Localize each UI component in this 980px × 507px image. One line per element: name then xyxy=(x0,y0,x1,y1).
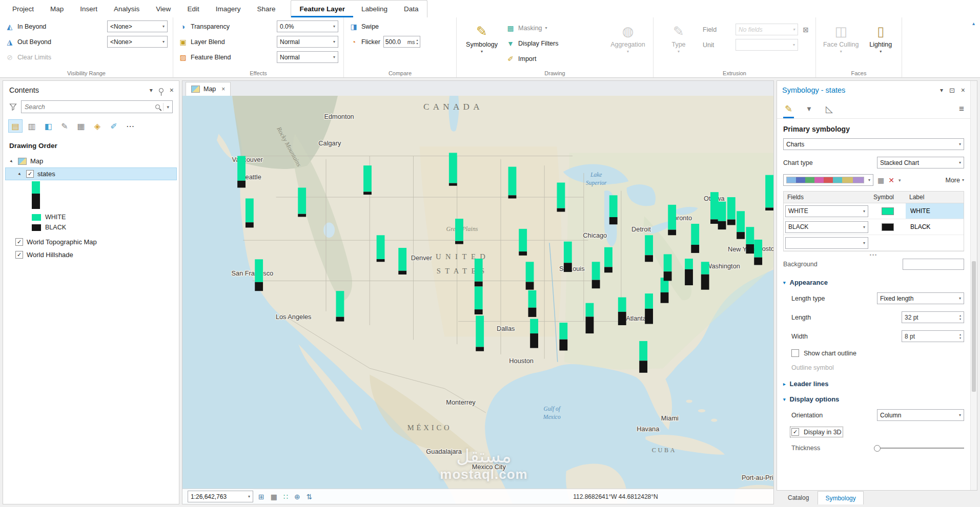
state-chart-bar[interactable] xyxy=(668,205,676,235)
extrusion-field-select[interactable]: No fields▾ xyxy=(736,24,798,35)
chevron-down-icon[interactable]: ▾ xyxy=(167,104,169,110)
state-chart-bar[interactable] xyxy=(455,219,463,244)
vertical-scrollbar[interactable] xyxy=(970,81,977,490)
display-filters-button[interactable]: ▼ Display Filters xyxy=(506,37,604,50)
state-chart-bar[interactable] xyxy=(363,165,372,195)
state-chart-bar[interactable] xyxy=(557,183,565,212)
locate-icon[interactable]: ⊕ xyxy=(294,493,300,501)
state-chart-bar[interactable] xyxy=(526,262,534,289)
symbology-button[interactable]: ✎ Symbology ▾ xyxy=(462,20,502,54)
list-by-labeling-icon[interactable]: ◈ xyxy=(90,119,105,133)
feature-blend-select[interactable]: Normal▾ xyxy=(277,51,338,63)
state-chart-bar[interactable] xyxy=(661,278,669,303)
layer-blend-select[interactable]: Normal▾ xyxy=(277,36,338,48)
chevron-down-icon[interactable]: ▾ xyxy=(940,87,943,94)
scrollbar-thumb[interactable] xyxy=(972,261,976,392)
menu-tab-edit[interactable]: Edit xyxy=(179,0,207,17)
state-chart-bar[interactable] xyxy=(746,227,754,253)
layer-item-world-hillshade[interactable]: ✓World Hillshade xyxy=(3,248,179,261)
aggregation-button[interactable]: ◍ Aggregation ▾ xyxy=(608,20,648,54)
state-chart-bar[interactable] xyxy=(377,235,385,262)
state-chart-bar[interactable] xyxy=(398,248,406,274)
dock-icon[interactable]: ⊡ xyxy=(949,87,955,94)
more-button[interactable]: More▾ xyxy=(946,177,965,184)
panel-menu-icon[interactable]: ≡ xyxy=(959,104,964,114)
bottom-tab-catalog[interactable]: Catalog xyxy=(781,491,816,504)
state-chart-bar[interactable] xyxy=(618,298,626,325)
state-chart-bar[interactable] xyxy=(476,315,484,351)
menu-tab-feature-layer[interactable]: Feature Layer xyxy=(291,1,353,17)
state-chart-bar[interactable] xyxy=(710,192,719,224)
expand-collapse-icon[interactable]: ▸ xyxy=(16,170,24,177)
field-combo[interactable]: BLACK▾ xyxy=(785,221,868,233)
menu-tab-project[interactable]: Project xyxy=(4,0,42,17)
list-by-selection-icon[interactable]: ◧ xyxy=(41,119,55,133)
state-chart-bar[interactable] xyxy=(718,202,726,229)
face-culling-button[interactable]: ◫ Face Culling ▾ xyxy=(821,20,861,54)
close-icon[interactable]: × xyxy=(170,86,174,94)
state-chart-bar[interactable] xyxy=(475,259,483,286)
list-by-drawing-order-icon[interactable]: ▤ xyxy=(8,119,23,133)
state-chart-bar[interactable] xyxy=(519,229,527,256)
state-chart-bar[interactable] xyxy=(645,235,653,262)
list-by-charts-icon[interactable]: ✐ xyxy=(107,119,121,133)
state-chart-bar[interactable] xyxy=(639,341,647,373)
transparency-select[interactable]: 0.0%▾ xyxy=(277,20,338,32)
pin-icon[interactable] xyxy=(159,88,164,93)
more-options-icon[interactable]: ⋯ xyxy=(123,119,137,133)
menu-tab-analysis[interactable]: Analysis xyxy=(106,0,148,17)
state-chart-bar[interactable] xyxy=(530,319,538,348)
menu-tab-insert[interactable]: Insert xyxy=(72,0,106,17)
show-chart-outline-checkbox[interactable] xyxy=(791,349,799,357)
layer-checkbox[interactable]: ✓ xyxy=(15,238,23,246)
state-chart-bar[interactable] xyxy=(246,198,254,227)
width-spinner[interactable]: ▴▾ xyxy=(959,333,961,340)
state-chart-bar[interactable] xyxy=(701,262,709,289)
panel-splitter[interactable]: ••• xyxy=(777,251,970,259)
scale-select[interactable]: 1:26,642,763▾ xyxy=(188,491,253,502)
state-chart-bar[interactable] xyxy=(255,259,263,291)
leader-lines-section-header[interactable]: ▸ Leader lines xyxy=(777,375,970,390)
background-symbol-button[interactable] xyxy=(903,259,964,270)
out-beyond-select[interactable]: <None>▾ xyxy=(107,36,168,48)
field-combo[interactable]: ▾ xyxy=(785,237,868,249)
collapse-ribbon-icon[interactable]: ▴ xyxy=(972,20,975,26)
tree-item-map[interactable]: ▸ Map xyxy=(3,155,179,167)
appearance-section-header[interactable]: ▾ Appearance xyxy=(777,273,970,289)
orientation-select[interactable]: Column▾ xyxy=(877,409,964,421)
menu-tab-data[interactable]: Data xyxy=(396,1,427,17)
lighting-button[interactable]: ▯ Lighting ▾ xyxy=(865,20,896,54)
navigation-icon[interactable]: ⇅ xyxy=(307,493,313,501)
map-tab[interactable]: Map × xyxy=(186,82,231,96)
tab-symbol-layer-drawing[interactable]: ◺ xyxy=(824,99,834,118)
tab-vary-symbology[interactable]: ▼ xyxy=(804,99,814,118)
menu-tab-map[interactable]: Map xyxy=(42,0,72,17)
chevron-down-icon[interactable]: ▾ xyxy=(150,87,153,94)
display-in-3d-checkbox[interactable]: ✓ xyxy=(791,428,799,436)
extrusion-type-button[interactable]: ✎ Type ▾ xyxy=(659,20,699,54)
length-type-select[interactable]: Fixed length▾ xyxy=(877,292,964,304)
format-table-icon[interactable]: ▦ xyxy=(877,176,884,184)
close-icon[interactable]: × xyxy=(961,86,965,94)
in-beyond-select[interactable]: <None>▾ xyxy=(107,20,168,32)
remove-all-values-icon[interactable]: ✕ xyxy=(888,176,894,184)
state-chart-bar[interactable] xyxy=(691,224,699,253)
state-chart-bar[interactable] xyxy=(586,303,594,333)
symbol-cell[interactable] xyxy=(870,223,906,231)
state-chart-bar[interactable] xyxy=(664,254,672,281)
state-chart-bar[interactable] xyxy=(528,290,537,317)
state-chart-bar[interactable] xyxy=(645,293,653,324)
primary-symbology-select[interactable]: Charts▾ xyxy=(783,138,964,150)
list-by-editing-icon[interactable]: ✎ xyxy=(57,119,72,133)
state-chart-bar[interactable] xyxy=(475,287,483,314)
chart-type-select[interactable]: Stacked Chart▾ xyxy=(877,157,964,168)
states-checkbox[interactable]: ✓ xyxy=(26,170,34,178)
filter-icon[interactable] xyxy=(9,103,17,111)
field-combo[interactable]: WHITE▾ xyxy=(785,205,868,217)
import-button[interactable]: ✐ Import xyxy=(506,52,604,65)
list-by-snapping-icon[interactable]: ▦ xyxy=(74,119,88,133)
layer-checkbox[interactable]: ✓ xyxy=(15,251,23,259)
layout-grid-icon[interactable]: ▦ xyxy=(271,493,277,501)
extrusion-unit-select[interactable]: ▾ xyxy=(736,39,798,51)
state-chart-bar[interactable] xyxy=(592,262,600,288)
